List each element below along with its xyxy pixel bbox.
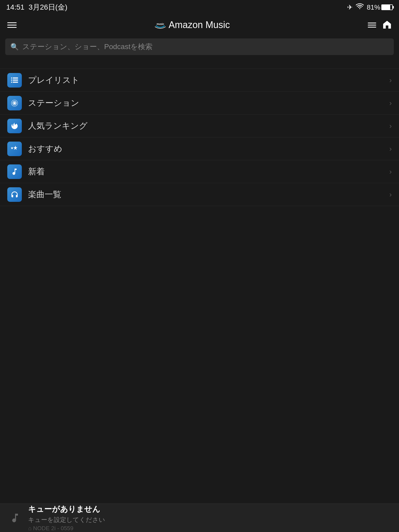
svg-marker-8 (11, 147, 14, 149)
battery-fill (382, 5, 390, 10)
station-icon (10, 99, 19, 107)
svg-rect-2 (13, 77, 18, 78)
amazon-music-logo-icon: music (155, 21, 166, 29)
fire-icon (10, 122, 19, 130)
app-header: music Amazon Music (0, 15, 399, 35)
player-node-id: NODE 2i - 0559 (33, 525, 73, 532)
status-left: 14:51 3月26日(金) (6, 2, 67, 12)
svg-marker-9 (13, 145, 17, 150)
all-songs-label: 楽曲一覧 (28, 189, 383, 200)
search-icon: 🔍 (10, 43, 19, 51)
hamburger-menu-button[interactable] (7, 22, 17, 28)
menu-item-new[interactable]: 新着 › (0, 160, 399, 183)
player-home-icon: ⌂ (28, 525, 31, 532)
ranking-chevron-icon: › (389, 122, 392, 130)
svg-rect-3 (11, 79, 12, 81)
search-input[interactable] (22, 43, 389, 51)
status-right: ✈ 81% (347, 3, 393, 11)
recommended-icon-box (7, 142, 22, 156)
header-left (7, 22, 17, 28)
ranking-label: 人気ランキング (28, 120, 383, 132)
svg-rect-5 (11, 82, 12, 83)
playlist-chevron-icon: › (389, 76, 392, 84)
search-container: 🔍 (0, 35, 399, 58)
star-icon (10, 145, 19, 153)
wifi-icon (356, 3, 364, 11)
player-info: キューがありません キューを設定してください ⌂ NODE 2i - 0559 (28, 504, 392, 532)
station-chevron-icon: › (389, 99, 392, 107)
menu-item-station[interactable]: ステーション › (0, 92, 399, 115)
station-label: ステーション (28, 97, 383, 109)
bottom-player-bar[interactable]: キューがありません キューを設定してください ⌂ NODE 2i - 0559 (0, 503, 399, 532)
list-view-button[interactable] (368, 23, 376, 28)
player-node: ⌂ NODE 2i - 0559 (28, 525, 392, 532)
music-note-icon (10, 168, 19, 176)
player-title: キューがありません (28, 504, 392, 515)
menu-item-recommended[interactable]: おすすめ › (0, 137, 399, 160)
all-songs-icon-box (7, 187, 22, 202)
new-icon-box (7, 164, 22, 179)
header-right (368, 20, 392, 30)
battery-percent: 81% (367, 3, 380, 11)
time-display: 14:51 (6, 3, 24, 11)
svg-rect-4 (13, 79, 18, 81)
ranking-icon-box (7, 119, 22, 133)
recommended-label: おすすめ (28, 143, 383, 155)
new-label: 新着 (28, 166, 383, 177)
battery-container: 81% (367, 3, 393, 11)
menu-item-all-songs[interactable]: 楽曲一覧 › (0, 183, 399, 206)
headphones-icon (10, 190, 19, 199)
all-songs-chevron-icon: › (389, 190, 392, 199)
svg-rect-1 (11, 77, 12, 78)
menu-item-ranking[interactable]: 人気ランキング › (0, 115, 399, 137)
player-music-note-icon (7, 510, 23, 526)
svg-point-7 (14, 102, 16, 104)
home-button[interactable] (382, 20, 392, 30)
playlist-icon (10, 76, 19, 84)
header-center: music Amazon Music (155, 19, 230, 30)
svg-text:music: music (157, 23, 164, 25)
battery-icon (381, 4, 393, 10)
new-chevron-icon: › (389, 168, 392, 176)
svg-rect-6 (13, 82, 18, 83)
recommended-chevron-icon: › (389, 145, 392, 153)
menu-list: プレイリスト › ステーション › 人気ランキング › (0, 69, 399, 206)
playlist-icon-box (7, 73, 22, 88)
spacer (0, 58, 399, 69)
status-bar: 14:51 3月26日(金) ✈ 81% (0, 0, 399, 15)
menu-item-playlist[interactable]: プレイリスト › (0, 69, 399, 92)
search-bar[interactable]: 🔍 (5, 38, 394, 55)
date-display: 3月26日(金) (29, 2, 67, 12)
app-title: Amazon Music (169, 19, 230, 30)
airplane-icon: ✈ (347, 3, 353, 11)
playlist-label: プレイリスト (28, 75, 383, 86)
player-subtitle: キューを設定してください (28, 516, 392, 524)
station-icon-box (7, 96, 22, 110)
